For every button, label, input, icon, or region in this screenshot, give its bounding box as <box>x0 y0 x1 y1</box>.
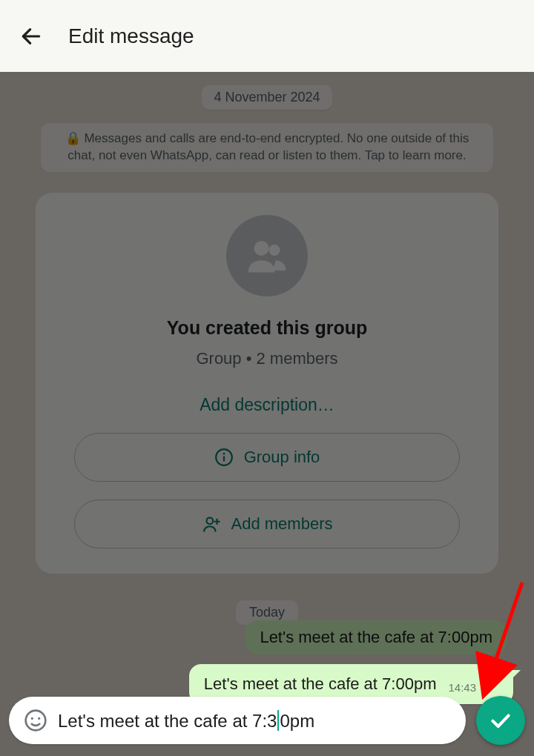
input-text-before-caret: Let's meet at the cafe at 7:3 <box>58 711 277 731</box>
svg-point-10 <box>31 717 33 720</box>
message-input[interactable]: Let's meet at the cafe at 7:30pm <box>58 710 452 732</box>
page-title: Edit message <box>68 24 194 48</box>
confirm-edit-button[interactable] <box>476 696 525 745</box>
svg-point-9 <box>26 711 46 731</box>
message-input-container[interactable]: Let's meet at the cafe at 7:30pm <box>9 697 466 744</box>
edit-message-header: Edit message <box>0 0 534 72</box>
input-text-after-caret: 0pm <box>280 711 314 731</box>
svg-point-11 <box>38 717 40 720</box>
arrow-left-icon <box>19 24 43 48</box>
emoji-icon <box>24 709 47 732</box>
check-icon <box>489 709 512 732</box>
emoji-button[interactable] <box>22 707 49 734</box>
message-text: Let's meet at the cafe at 7:00pm <box>204 674 437 694</box>
message-timestamp: 14:43 <box>448 681 476 694</box>
read-receipt-icon <box>484 679 500 694</box>
modal-dim-overlay[interactable] <box>0 72 534 756</box>
edit-input-row: Let's meet at the cafe at 7:30pm <box>9 694 525 747</box>
back-button[interactable] <box>15 20 47 53</box>
